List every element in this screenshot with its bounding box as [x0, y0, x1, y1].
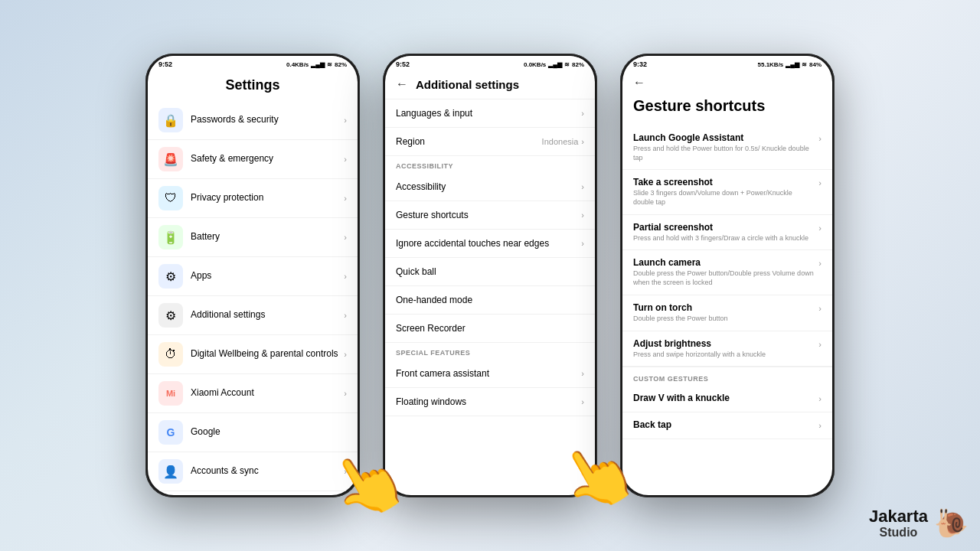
- gesture-partial-desc: Press and hold with 3 fingers/Draw a cir…: [633, 234, 814, 243]
- phone2-content: Languages & input › Region Indonesia › A…: [385, 99, 595, 495]
- phone2-network: 0.0KB/s: [524, 61, 546, 68]
- gesture-brightness-title: Adjust brightness: [633, 338, 814, 349]
- wellbeing-chevron: ›: [344, 350, 347, 359]
- gesture-partial-screenshot[interactable]: Partial screenshot Press and hold with 3…: [622, 215, 832, 251]
- gesture-brightness-text: Adjust brightness Press and swipe horizo…: [633, 338, 814, 360]
- additional-onehanded-label: One-handed mode: [396, 295, 584, 305]
- settings-item-xiaomi[interactable]: Mi Xiaomi Account ›: [148, 374, 358, 413]
- additional-ignore-item[interactable]: Ignore accidental touches near edges ›: [385, 230, 595, 258]
- phone2-accessibility-header: ACCESSIBILITY: [385, 156, 595, 173]
- settings-item-safety[interactable]: 🚨 Safety & emergency ›: [148, 140, 358, 179]
- phone1-signal-icon: ▂▄▆: [311, 61, 325, 68]
- xiaomi-chevron: ›: [344, 389, 347, 398]
- settings-item-passwords[interactable]: 🔒 Passwords & security ›: [148, 101, 358, 140]
- settings-item-additional[interactable]: ⚙ Additional settings ›: [148, 296, 358, 335]
- phone1-battery: 82%: [335, 61, 347, 68]
- phone3-signal-icon: ▂▄▆: [786, 61, 799, 68]
- phone1: 9:52 0.4KB/s ▂▄▆ ≋ 82% Settings 🔒 Passwo…: [145, 54, 360, 497]
- gesture-screenshot[interactable]: Take a screenshot Slide 3 fingers down/V…: [622, 170, 832, 214]
- settings-item-google[interactable]: G Google: [148, 413, 358, 452]
- passwords-chevron: ›: [344, 116, 347, 125]
- phone2: 9:52 0.0KB/s ▂▄▆ ≋ 82% ← Additional sett…: [383, 54, 597, 497]
- gesture-torch-desc: Double press the Power button: [633, 315, 814, 324]
- additional-recorder-item[interactable]: Screen Recorder: [385, 315, 595, 343]
- apps-icon: ⚙: [158, 264, 183, 289]
- wellbeing-label: Digital Wellbeing & parental controls: [191, 348, 344, 360]
- additional-frontcam-item[interactable]: Front camera assistant ›: [385, 360, 595, 388]
- additional-region-item[interactable]: Region Indonesia ›: [385, 128, 595, 156]
- additional-ignore-label: Ignore accidental touches near edges: [396, 238, 581, 249]
- additional-region-label: Region: [396, 136, 542, 147]
- settings-item-apps[interactable]: ⚙ Apps ›: [148, 257, 358, 296]
- gesture-back-tap[interactable]: Back tap ›: [622, 412, 832, 439]
- gesture-torch-title: Turn on torch: [633, 302, 814, 313]
- phone3-status-bar: 9:32 55.1KB/s ▂▄▆ ≋ 84%: [622, 56, 832, 71]
- additional-languages-item[interactable]: Languages & input ›: [385, 99, 595, 128]
- additional-quickball-label: Quick ball: [396, 266, 584, 277]
- gesture-draw-v[interactable]: Draw V with a knuckle ›: [622, 386, 832, 412]
- google-label: Google: [191, 426, 347, 439]
- gesture-launch-camera[interactable]: Launch camera Double press the Power but…: [622, 250, 832, 295]
- phone2-header: ← Additional settings: [385, 71, 595, 99]
- gesture-back-tap-chevron: ›: [818, 421, 822, 430]
- gesture-back-tap-title: Back tap: [633, 419, 814, 430]
- safety-chevron: ›: [344, 155, 347, 164]
- accounts-label: Accounts & sync: [191, 465, 344, 478]
- gesture-google-desc: Press and hold the Power button for 0.5s…: [633, 145, 814, 162]
- gesture-camera-text: Launch camera Double press the Power but…: [633, 257, 814, 287]
- phone3-wrapper: 9:32 55.1KB/s ▂▄▆ ≋ 84% ← Gesture shortc…: [620, 54, 835, 497]
- gesture-partial-chevron: ›: [818, 223, 822, 233]
- settings-item-battery[interactable]: 🔋 Battery ›: [148, 218, 358, 257]
- watermark-text: Jakarta Studio: [869, 507, 928, 540]
- gesture-camera-title: Launch camera: [633, 257, 814, 268]
- settings-item-privacy-protection[interactable]: 🛡 Privacy protection ›: [148, 179, 358, 218]
- additional-chevron: ›: [344, 311, 347, 320]
- additional-onehanded-item[interactable]: One-handed mode: [385, 286, 595, 315]
- gesture-camera-chevron: ›: [818, 259, 822, 268]
- additional-label: Additional settings: [191, 309, 344, 321]
- additional-frontcam-chevron: ›: [581, 369, 584, 378]
- xiaomi-label: Xiaomi Account: [191, 387, 344, 399]
- gesture-back-tap-text: Back tap: [633, 419, 814, 432]
- google-icon: G: [158, 420, 183, 445]
- additional-ignore-chevron: ›: [581, 239, 584, 248]
- safety-label: Safety & emergency: [191, 153, 344, 165]
- settings-item-privacy[interactable]: 👁 Privacy ›: [148, 491, 358, 495]
- additional-recorder-label: Screen Recorder: [396, 323, 584, 334]
- snail-icon: 🐌: [934, 507, 969, 540]
- phone3-network: 55.1KB/s: [758, 61, 784, 68]
- phone3-status-icons: 55.1KB/s ▂▄▆ ≋ 84%: [758, 61, 822, 68]
- additional-floating-label: Floating windows: [396, 396, 581, 407]
- watermark: Jakarta Studio 🐌: [869, 507, 969, 540]
- phone2-title: Additional settings: [416, 78, 519, 91]
- gesture-partial-text: Partial screenshot Press and hold with 3…: [633, 222, 814, 243]
- phone2-battery: 82%: [572, 61, 584, 68]
- additional-gesture-chevron: ›: [581, 210, 584, 220]
- additional-accessibility-item[interactable]: Accessibility ›: [385, 173, 595, 201]
- phone3-custom-header: CUSTOM GESTURES: [622, 367, 832, 386]
- additional-gesture-item[interactable]: Gesture shortcuts ›: [385, 201, 595, 230]
- phone1-status-icons: 0.4KB/s ▂▄▆ ≋ 82%: [286, 61, 347, 68]
- phone1-screen: 9:52 0.4KB/s ▂▄▆ ≋ 82% Settings 🔒 Passwo…: [148, 56, 358, 495]
- phone2-signal-icon: ▂▄▆: [548, 61, 562, 68]
- additional-floating-item[interactable]: Floating windows ›: [385, 388, 595, 416]
- battery-label: Battery: [191, 231, 344, 243]
- gesture-torch-text: Turn on torch Double press the Power but…: [633, 302, 814, 324]
- privacy-protection-label: Privacy protection: [191, 192, 344, 204]
- passwords-icon: 🔒: [158, 108, 183, 132]
- gesture-brightness[interactable]: Adjust brightness Press and swipe horizo…: [622, 331, 832, 367]
- phone3-back-button[interactable]: ←: [633, 76, 645, 89]
- additional-accessibility-chevron: ›: [581, 182, 584, 191]
- phone2-back-button[interactable]: ←: [396, 77, 408, 91]
- gesture-torch[interactable]: Turn on torch Double press the Power but…: [622, 295, 832, 331]
- additional-quickball-item[interactable]: Quick ball: [385, 258, 595, 286]
- gesture-screenshot-title: Take a screenshot: [633, 177, 814, 187]
- gesture-google-assistant[interactable]: Launch Google Assistant Press and hold t…: [622, 126, 832, 170]
- additional-languages-chevron: ›: [581, 109, 584, 118]
- phone3-back-row: ←: [622, 71, 832, 90]
- settings-item-wellbeing[interactable]: ⏱ Digital Wellbeing & parental controls …: [148, 335, 358, 374]
- battery-icon: 🔋: [158, 225, 183, 249]
- phone1-time: 9:52: [158, 60, 172, 68]
- settings-item-accounts[interactable]: 👤 Accounts & sync ›: [148, 452, 358, 491]
- additional-languages-label: Languages & input: [396, 108, 581, 119]
